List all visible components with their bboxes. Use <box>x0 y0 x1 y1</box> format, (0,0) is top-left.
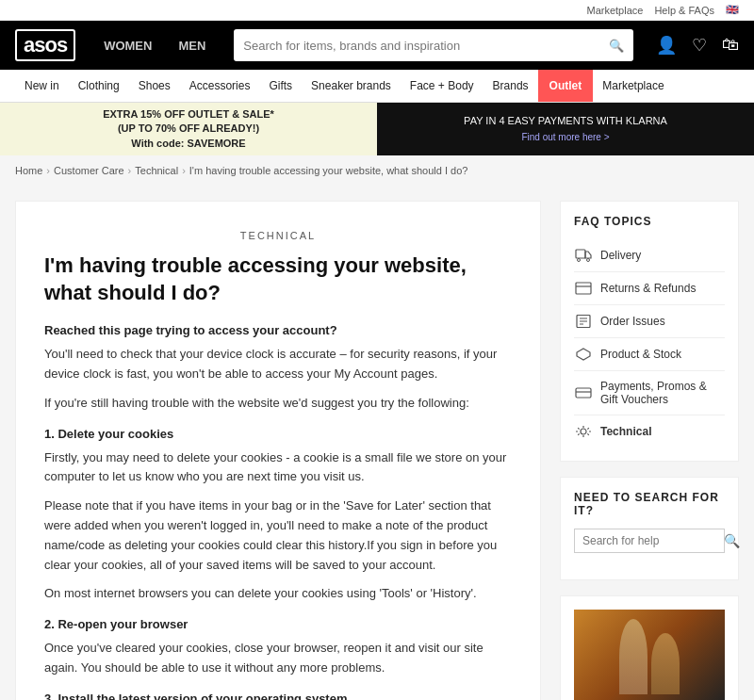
account-icon[interactable]: 👤 <box>656 35 677 56</box>
sidebar: FAQ TOPICS Delivery <box>560 201 739 700</box>
help-search-icon: 🔍 <box>724 533 740 548</box>
faq-product-stock[interactable]: Product & Stock <box>574 338 725 371</box>
flag-icon: 🇬🇧 <box>726 4 739 16</box>
contact-image <box>574 610 725 700</box>
breadcrumb: Home › Customer Care › Technical › I'm h… <box>0 155 754 186</box>
top-bar: Marketplace Help & FAQs 🇬🇧 <box>0 0 754 21</box>
search-title: NEED TO SEARCH FOR IT? <box>574 491 725 517</box>
promo-left-line2: (UP TO 70% OFF ALREADY!) <box>118 122 259 136</box>
svg-point-1 <box>578 259 581 262</box>
faq-technical[interactable]: Technical <box>574 415 725 448</box>
logo[interactable]: asos <box>15 29 75 61</box>
nav-gifts[interactable]: Gifts <box>259 70 302 102</box>
nav-accessories[interactable]: Accessories <box>180 70 260 102</box>
step2-heading: 2. Re-open your browser <box>44 617 512 631</box>
marketplace-link[interactable]: Marketplace <box>587 5 644 16</box>
nav-marketplace[interactable]: Marketplace <box>593 70 673 102</box>
article-tag: TECHNICAL <box>44 230 512 241</box>
step1-heading: 1. Delete your cookies <box>44 427 512 441</box>
breadcrumb-customer-care[interactable]: Customer Care <box>54 165 124 176</box>
person2-figure <box>651 633 680 694</box>
person1-figure <box>619 619 647 694</box>
nav-clothing[interactable]: Clothing <box>69 70 129 102</box>
svg-point-2 <box>587 259 590 262</box>
nav-new-in[interactable]: New in <box>15 70 69 102</box>
step3-heading: 3. Install the latest version of your op… <box>44 692 512 700</box>
section1-p2: If you're still having trouble with the … <box>44 394 512 414</box>
promo-banner: EXTRA 15% OFF OUTLET & SALE* (UP TO 70% … <box>0 103 754 155</box>
nav-men[interactable]: MEN <box>165 21 219 70</box>
header-icons: 👤 ♡ 🛍 <box>656 35 739 56</box>
svg-rect-9 <box>576 388 591 398</box>
article: TECHNICAL I'm having trouble accessing y… <box>15 201 541 700</box>
nav-face-body[interactable]: Face + Body <box>401 70 484 102</box>
faq-technical-label: Technical <box>600 425 651 438</box>
search-bar[interactable]: 🔍 <box>234 29 633 61</box>
faq-delivery[interactable]: Delivery <box>574 239 725 272</box>
help-link[interactable]: Help & FAQs <box>654 5 714 16</box>
faq-order-issues[interactable]: Order Issues <box>574 305 725 338</box>
article-title: I'm having trouble accessing your websit… <box>44 252 512 306</box>
svg-rect-3 <box>576 283 591 294</box>
search-section: NEED TO SEARCH FOR IT? 🔍 <box>560 477 739 580</box>
help-search-input[interactable] <box>582 534 724 547</box>
step1-p2: Please note that if you have items in yo… <box>44 497 512 575</box>
technical-icon <box>574 424 593 439</box>
nav-outlet[interactable]: Outlet <box>538 70 594 102</box>
wishlist-icon[interactable]: ♡ <box>692 35 707 56</box>
faq-order-label: Order Issues <box>600 315 665 328</box>
faq-topics-section: FAQ TOPICS Delivery <box>560 201 739 462</box>
faq-payments[interactable]: Payments, Promos & Gift Vouchers <box>574 371 725 415</box>
promo-right[interactable]: PAY IN 4 EASY PAYMENTS WITH KLARNA Find … <box>377 103 754 155</box>
section1-heading: Reached this page trying to access your … <box>44 323 512 337</box>
search-box[interactable]: 🔍 <box>574 529 725 553</box>
breadcrumb-current: I'm having trouble accessing your websit… <box>189 165 468 176</box>
promo-left-line1: EXTRA 15% OFF OUTLET & SALE* <box>103 107 274 122</box>
faq-returns-label: Returns & Refunds <box>600 282 696 295</box>
contact-section: NEED TO GET IN TOUCH? CONTACT US NOW <box>560 595 739 700</box>
svg-point-11 <box>581 429 586 434</box>
nav-brands[interactable]: Brands <box>484 70 538 102</box>
main-nav: New in Clothing Shoes Accessories Gifts … <box>0 70 754 103</box>
order-icon <box>574 314 593 329</box>
promo-left-line3: With code: SAVEMORE <box>131 137 245 151</box>
payments-icon <box>574 385 593 400</box>
returns-icon <box>574 281 593 296</box>
delivery-icon <box>574 248 593 263</box>
header-nav: WOMEN MEN <box>90 21 219 70</box>
svg-rect-0 <box>576 250 585 258</box>
product-icon <box>574 347 593 362</box>
nav-women[interactable]: WOMEN <box>90 21 165 70</box>
klarna-link[interactable]: Find out more here > <box>521 130 609 145</box>
breadcrumb-home[interactable]: Home <box>15 165 42 176</box>
faq-topics-title: FAQ TOPICS <box>574 215 725 228</box>
breadcrumb-technical[interactable]: Technical <box>135 165 178 176</box>
nav-sneaker-brands[interactable]: Sneaker brands <box>302 70 401 102</box>
step2-p1: Once you've cleared your cookies, close … <box>44 639 512 678</box>
promo-right-line1: PAY IN 4 EASY PAYMENTS WITH KLARNA <box>464 113 667 130</box>
faq-returns[interactable]: Returns & Refunds <box>574 272 725 305</box>
cart-icon[interactable]: 🛍 <box>722 35 739 56</box>
nav-shoes[interactable]: Shoes <box>129 70 180 102</box>
step1-p1: Firstly, you may need to delete your coo… <box>44 448 512 488</box>
content-wrap: TECHNICAL I'm having trouble accessing y… <box>0 186 754 700</box>
step1-p3: On most internet browsers you can delete… <box>44 584 512 604</box>
faq-product-label: Product & Stock <box>600 348 681 361</box>
promo-left[interactable]: EXTRA 15% OFF OUTLET & SALE* (UP TO 70% … <box>0 103 377 155</box>
header: asos WOMEN MEN 🔍 👤 ♡ 🛍 <box>0 21 754 70</box>
section1-p1: You'll need to check that your device cl… <box>44 345 512 384</box>
search-icon: 🔍 <box>609 39 624 53</box>
search-input[interactable] <box>243 39 609 53</box>
faq-delivery-label: Delivery <box>600 249 641 262</box>
faq-payments-label: Payments, Promos & Gift Vouchers <box>600 380 725 406</box>
